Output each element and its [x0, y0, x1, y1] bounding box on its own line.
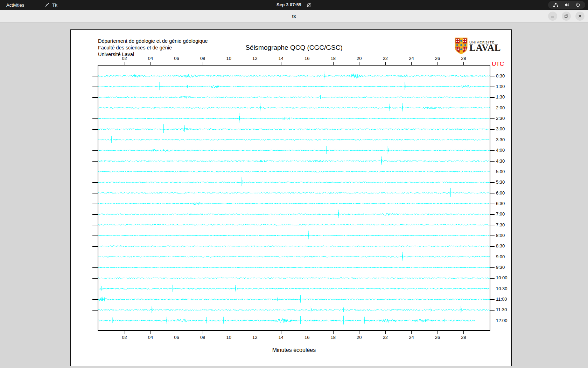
x-axis-tick-bottom: [255, 331, 255, 334]
trace-time-label: 10:30: [496, 286, 507, 291]
x-axis-tick-top: [125, 62, 125, 65]
trace-tick-left: [92, 257, 98, 258]
trace-tick-left: [92, 97, 98, 98]
x-axis-tick-label-top: 28: [458, 56, 469, 61]
trace-time-label: 0:30: [496, 73, 505, 79]
x-axis-tick-label-bottom: 10: [223, 335, 234, 340]
trace-tick-right: [490, 87, 495, 87]
x-axis-tick-top: [281, 62, 281, 65]
trace-tick-right: [490, 246, 495, 247]
notifications-disabled-icon[interactable]: [306, 2, 312, 8]
maximize-button[interactable]: [562, 12, 571, 21]
x-axis-tick-bottom: [281, 331, 281, 334]
x-axis-tick-label-top: 08: [197, 56, 208, 61]
x-axis-tick-bottom: [411, 331, 412, 334]
window-titlebar[interactable]: tk: [0, 10, 588, 23]
x-axis-tick-label-bottom: 12: [249, 335, 260, 340]
trace-tick-left: [92, 236, 98, 236]
x-axis-tick-top: [255, 62, 255, 65]
x-axis-tick-bottom: [463, 331, 464, 334]
trace-tick-left: [92, 225, 98, 226]
x-axis-tick-label-bottom: 08: [197, 335, 208, 340]
x-axis-tick-label-bottom: 02: [119, 335, 130, 340]
x-axis-tick-top: [203, 62, 203, 65]
x-axis-tick-bottom: [333, 331, 334, 334]
x-axis-tick-label-top: 26: [432, 56, 443, 61]
volume-icon: [564, 2, 570, 7]
x-axis-tick-label-top: 04: [145, 56, 156, 61]
trace-tick-right: [490, 289, 495, 289]
trace-time-label: 3:30: [496, 137, 505, 142]
top-bar: Activities Tk Sep 3 07:59: [0, 0, 588, 10]
trace-tick-left: [92, 310, 98, 311]
x-axis-tick-top: [463, 62, 464, 65]
x-axis-tick-bottom: [385, 331, 386, 334]
x-axis-tick-label-bottom: 28: [458, 335, 469, 340]
tk-feather-icon: [44, 2, 50, 8]
trace-tick-right: [490, 321, 495, 321]
trace-time-label: 6:30: [496, 201, 505, 206]
x-axis-tick-label-top: 12: [249, 56, 260, 61]
trace-tick-right: [490, 310, 495, 311]
trace-tick-left: [92, 87, 98, 87]
clock[interactable]: Sep 3 07:59: [276, 2, 301, 7]
trace-tick-left: [92, 267, 98, 268]
trace-time-label: 5:30: [496, 179, 505, 185]
window-title: tk: [292, 14, 296, 19]
x-axis-tick-top: [307, 62, 307, 65]
trace-time-label: 7:00: [496, 211, 505, 217]
network-wired-icon: [553, 2, 559, 7]
utc-label: UTC: [492, 61, 504, 68]
x-axis-tick-label-top: 02: [119, 56, 130, 61]
trace-tick-right: [490, 76, 495, 77]
x-axis-caption: Minutes écoulées: [210, 347, 378, 353]
x-axis-tick-bottom: [125, 331, 125, 334]
trace-tick-left: [92, 299, 98, 300]
laval-shield-icon: [455, 38, 468, 54]
x-axis-tick-label-bottom: 20: [354, 335, 365, 340]
x-axis-tick-label-top: 16: [301, 56, 313, 61]
trace-tick-right: [490, 182, 495, 183]
close-button[interactable]: [575, 12, 584, 21]
x-axis-tick-top: [385, 62, 386, 65]
trace-time-label: 3:00: [496, 126, 505, 131]
app-menu-tk[interactable]: Tk: [44, 0, 57, 10]
trace-tick-left: [92, 150, 98, 151]
x-axis-tick-bottom: [229, 331, 229, 334]
trace-tick-left: [92, 246, 98, 247]
trace-tick-right: [490, 204, 495, 204]
trace-tick-right: [490, 278, 495, 279]
x-axis-tick-label-top: 24: [406, 56, 417, 61]
x-axis-tick-label-bottom: 24: [406, 335, 417, 340]
x-axis-tick-label-bottom: 04: [145, 335, 156, 340]
activities-button[interactable]: Activities: [0, 0, 30, 10]
trace-time-label: 12:00: [496, 318, 507, 323]
trace-tick-left: [92, 278, 98, 279]
trace-tick-left: [92, 193, 98, 194]
trace-tick-left: [92, 108, 98, 109]
department-text: Département de géologie et de génie géol…: [98, 38, 208, 58]
trace-time-label: 10:00: [496, 275, 507, 280]
trace-tick-right: [490, 97, 495, 98]
x-axis-tick-bottom: [359, 331, 359, 334]
universite-laval-logo: UNIVERSITÉ LAVAL: [455, 38, 501, 54]
trace-time-label: 11:00: [496, 297, 507, 302]
trace-tick-right: [490, 299, 495, 300]
trace-tick-left: [92, 321, 98, 321]
trace-tick-right: [490, 225, 495, 226]
x-axis-tick-label-bottom: 06: [171, 335, 182, 340]
x-axis-tick-label-bottom: 26: [432, 335, 443, 340]
trace-tick-right: [490, 193, 495, 194]
power-icon: [575, 2, 580, 7]
x-axis-tick-bottom: [203, 331, 203, 334]
x-axis-tick-top: [150, 62, 151, 65]
x-axis-tick-label-top: 22: [380, 56, 391, 61]
trace-tick-right: [490, 108, 495, 109]
trace-time-label: 8:30: [496, 243, 505, 248]
system-status-area[interactable]: [548, 1, 585, 9]
trace-time-label: 1:30: [496, 94, 505, 100]
trace-time-label: 8:00: [496, 233, 505, 238]
x-axis-tick-top: [438, 62, 438, 65]
trace-time-label: 9:00: [496, 254, 505, 259]
minimize-button[interactable]: [548, 12, 557, 21]
